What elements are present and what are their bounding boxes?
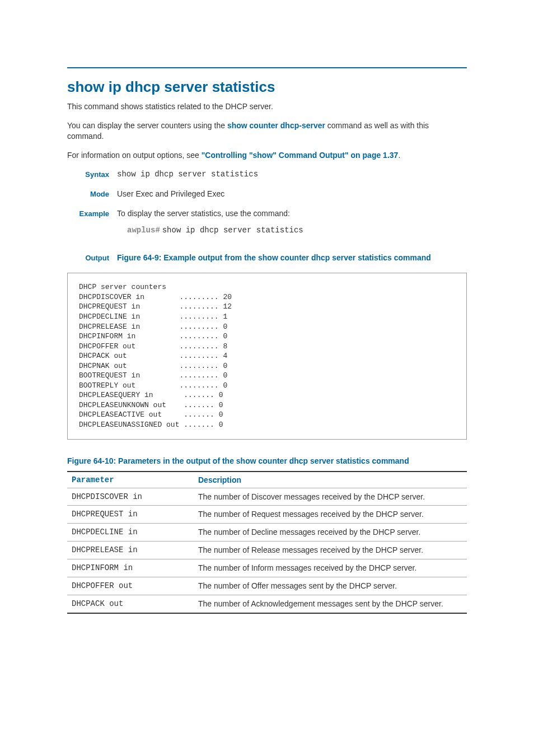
parameter-description: The number of Offer messages sent by the… — [194, 577, 467, 595]
output-label: Output — [67, 252, 117, 269]
page-title: show ip dhcp server statistics — [67, 78, 467, 96]
table-row: DHCPACK outThe number of Acknowledgement… — [67, 595, 467, 613]
parameter-name: DHCPOFFER out — [67, 577, 194, 595]
parameter-name: DHCPACK out — [67, 595, 194, 613]
syntax-value: show ip dhcp server statistics — [117, 169, 467, 180]
intro-paragraph-3: For information on output options, see "… — [67, 150, 467, 161]
output-block: DHCP server counters DHCPDISCOVER in ...… — [67, 273, 467, 439]
parameter-description: The number of Decline messages received … — [194, 524, 467, 542]
parameter-name: DHCPDECLINE in — [67, 524, 194, 542]
parameter-description: The number of Request messages received … — [194, 506, 467, 524]
table-row: DHCPDECLINE inThe number of Decline mess… — [67, 524, 467, 542]
parameter-name: DHCPDISCOVER in — [67, 488, 194, 506]
example-text: To display the server statistics, use th… — [117, 208, 467, 220]
text-fragment: For information on output options, see — [67, 151, 202, 160]
table-head-description: Description — [194, 472, 467, 488]
parameter-description: The number of Discover messages received… — [194, 488, 467, 506]
table-row: DHCPRELEASE inThe number of Release mess… — [67, 542, 467, 559]
text-fragment: You can display the server counters usin… — [67, 121, 227, 130]
controlling-show-output-link[interactable]: "Controlling "show" Command Output" on p… — [202, 151, 399, 160]
parameter-name: DHCPRELEASE in — [67, 542, 194, 559]
syntax-label: Syntax — [67, 169, 117, 180]
example-label: Example — [67, 208, 117, 244]
table-row: DHCPOFFER outThe number of Offer message… — [67, 577, 467, 595]
figure-caption-1: Figure 64-9: Example output from the sho… — [117, 252, 467, 264]
table-row: DHCPDISCOVER inThe number of Discover me… — [67, 488, 467, 506]
cli-prompt: awplus# — [127, 226, 160, 235]
table-row: DHCPINFORM inThe number of Inform messag… — [67, 559, 467, 577]
parameter-description: The number of Release messages received … — [194, 542, 467, 559]
intro-paragraph-1: This command shows statistics related to… — [67, 101, 467, 113]
parameter-name: DHCPREQUEST in — [67, 506, 194, 524]
parameter-name: DHCPINFORM in — [67, 559, 194, 577]
cli-command: show ip dhcp server statistics — [162, 226, 303, 235]
intro-paragraph-2: You can display the server counters usin… — [67, 120, 467, 142]
text-fragment: . — [398, 151, 400, 160]
mode-label: Mode — [67, 188, 117, 200]
parameter-description: The number of Acknowledgement messages s… — [194, 595, 467, 613]
table-head-parameter: Parameter — [67, 472, 194, 488]
figure-caption-2: Figure 64-10: Parameters in the output o… — [67, 456, 467, 465]
show-counter-dhcp-server-link[interactable]: show counter dhcp-server — [227, 121, 325, 130]
table-row: DHCPREQUEST inThe number of Request mess… — [67, 506, 467, 524]
mode-value: User Exec and Privileged Exec — [117, 188, 467, 200]
parameters-table: Parameter Description DHCPDISCOVER inThe… — [67, 471, 467, 614]
parameter-description: The number of Inform messages received b… — [194, 559, 467, 577]
